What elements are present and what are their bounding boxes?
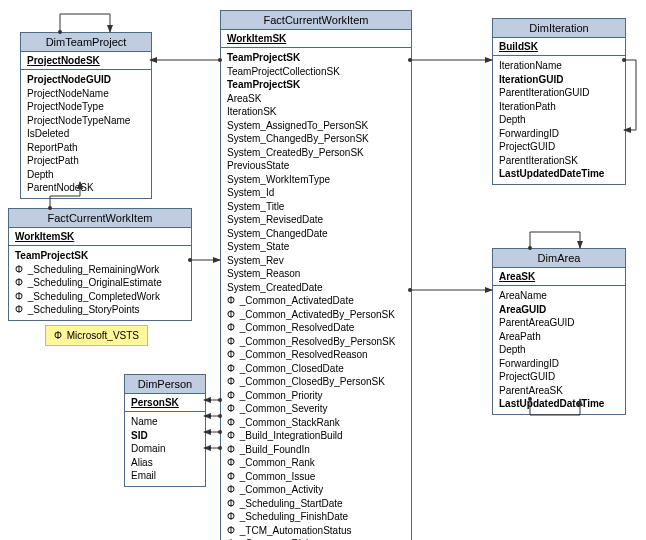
table-row: System_AssignedTo_PersonSK: [227, 119, 405, 133]
table-row: AreaSK: [227, 92, 405, 106]
table-key: ProjectNodeSK: [21, 52, 151, 70]
table-row: System_ChangedDate: [227, 227, 405, 241]
table-row: System_RevisedDate: [227, 213, 405, 227]
table-header: DimTeamProject: [21, 33, 151, 52]
table-row: TeamProjectSK: [227, 78, 405, 92]
table-row: Φ _Common_ResolvedDate: [227, 321, 405, 335]
legend-label: Microsoft_VSTS: [67, 330, 139, 341]
table-row: Φ _Common_ActivatedBy_PersonSK: [227, 308, 405, 322]
table-row: Φ _Common_ResolvedBy_PersonSK: [227, 335, 405, 349]
table-row: System_Id: [227, 186, 405, 200]
table-row: Φ _Common_Activity: [227, 483, 405, 497]
table-row: System_Rev: [227, 254, 405, 268]
table-fact-cwi-main: FactCurrentWorkItem WorkItemSK TeamProje…: [220, 10, 412, 540]
table-row: Φ _Scheduling_StoryPoints: [15, 303, 185, 317]
legend-phi: Φ Microsoft_VSTS: [45, 325, 148, 346]
table-row: System_ChangedBy_PersonSK: [227, 132, 405, 146]
table-row: ParentIterationSK: [499, 154, 619, 168]
table-dim-person: DimPerson PersonSK NameSIDDomainAliasEma…: [124, 374, 206, 487]
table-row: ProjectGUID: [499, 370, 619, 384]
table-row: ParentNodeSK: [27, 181, 145, 195]
table-row: System_Title: [227, 200, 405, 214]
table-body: ProjectNodeGUIDProjectNodeNameProjectNod…: [21, 70, 151, 198]
table-row: AreaPath: [499, 330, 619, 344]
table-key: PersonSK: [125, 394, 205, 412]
table-row: Φ _Common_Rank: [227, 456, 405, 470]
table-body: TeamProjectSKTeamProjectCollectionSKTeam…: [221, 48, 411, 540]
table-row: ProjectNodeName: [27, 87, 145, 101]
table-row: ParentAreaGUID: [499, 316, 619, 330]
table-dim-area: DimArea AreaSK AreaNameAreaGUIDParentAre…: [492, 248, 626, 415]
table-body: IterationNameIterationGUIDParentIteratio…: [493, 56, 625, 184]
table-row: Φ _Scheduling_CompletedWork: [15, 290, 185, 304]
table-row: SID: [131, 429, 199, 443]
table-key: BuildSK: [493, 38, 625, 56]
table-row: Φ _TCM_AutomationStatus: [227, 524, 405, 538]
table-row: IterationName: [499, 59, 619, 73]
table-row: Φ _Common_ClosedDate: [227, 362, 405, 376]
table-row: AreaName: [499, 289, 619, 303]
table-row: ReportPath: [27, 141, 145, 155]
table-row: TeamProjectSK: [15, 249, 185, 263]
table-row: Φ _Scheduling_StartDate: [227, 497, 405, 511]
table-header: FactCurrentWorkItem: [221, 11, 411, 30]
table-row: ForwardingID: [499, 127, 619, 141]
table-row: Φ _Common_ClosedBy_PersonSK: [227, 375, 405, 389]
table-row: System_Reason: [227, 267, 405, 281]
table-header: DimPerson: [125, 375, 205, 394]
table-dim-team-project: DimTeamProject ProjectNodeSK ProjectNode…: [20, 32, 152, 199]
table-row: System_WorkItemType: [227, 173, 405, 187]
table-row: Depth: [27, 168, 145, 182]
table-row: Depth: [499, 343, 619, 357]
table-fact-cwi-left: FactCurrentWorkItem WorkItemSK TeamProje…: [8, 208, 192, 321]
table-row: AreaGUID: [499, 303, 619, 317]
table-row: IterationGUID: [499, 73, 619, 87]
table-row: Φ _Common_ResolvedReason: [227, 348, 405, 362]
table-row: Depth: [499, 113, 619, 127]
table-row: Φ _Common_StackRank: [227, 416, 405, 430]
table-header: FactCurrentWorkItem: [9, 209, 191, 228]
table-dim-iteration: DimIteration BuildSK IterationNameIterat…: [492, 18, 626, 185]
table-row: ProjectNodeTypeName: [27, 114, 145, 128]
table-row: System_State: [227, 240, 405, 254]
table-row: System_CreatedBy_PersonSK: [227, 146, 405, 160]
table-key: WorkItemSK: [221, 30, 411, 48]
phi-icon: Φ: [54, 330, 64, 341]
table-row: ProjectGUID: [499, 140, 619, 154]
table-row: IsDeleted: [27, 127, 145, 141]
table-row: Φ _Scheduling_RemainingWork: [15, 263, 185, 277]
table-row: Alias: [131, 456, 199, 470]
table-row: Φ _Common_Issue: [227, 470, 405, 484]
table-row: IterationSK: [227, 105, 405, 119]
table-row: Φ _Scheduling_OriginalEstimate: [15, 276, 185, 290]
table-header: DimIteration: [493, 19, 625, 38]
table-row: Φ _Common_Priority: [227, 389, 405, 403]
table-row: ProjectNodeGUID: [27, 73, 145, 87]
table-row: ProjectPath: [27, 154, 145, 168]
table-row: Email: [131, 469, 199, 483]
table-row: ParentAreaSK: [499, 384, 619, 398]
table-row: ForwardingID: [499, 357, 619, 371]
table-header: DimArea: [493, 249, 625, 268]
table-row: Φ _Build_FoundIn: [227, 443, 405, 457]
table-row: LastUpdatedDateTime: [499, 167, 619, 181]
table-row: ParentIterationGUID: [499, 86, 619, 100]
table-body: AreaNameAreaGUIDParentAreaGUIDAreaPathDe…: [493, 286, 625, 414]
table-row: IterationPath: [499, 100, 619, 114]
table-row: Φ _Common_ActivatedDate: [227, 294, 405, 308]
table-body: TeamProjectSKΦ _Scheduling_RemainingWork…: [9, 246, 191, 320]
table-row: Φ _Scheduling_FinishDate: [227, 510, 405, 524]
table-row: PreviousState: [227, 159, 405, 173]
table-row: Φ _Common_Severity: [227, 402, 405, 416]
table-row: LastUpdatedDateTime: [499, 397, 619, 411]
table-row: Domain: [131, 442, 199, 456]
table-row: TeamProjectSK: [227, 51, 405, 65]
table-row: System_CreatedDate: [227, 281, 405, 295]
table-row: ProjectNodeType: [27, 100, 145, 114]
table-row: Φ _Build_IntegrationBuild: [227, 429, 405, 443]
table-key: AreaSK: [493, 268, 625, 286]
table-row: TeamProjectCollectionSK: [227, 65, 405, 79]
table-body: NameSIDDomainAliasEmail: [125, 412, 205, 486]
table-row: Name: [131, 415, 199, 429]
table-key: WorkItemSK: [9, 228, 191, 246]
